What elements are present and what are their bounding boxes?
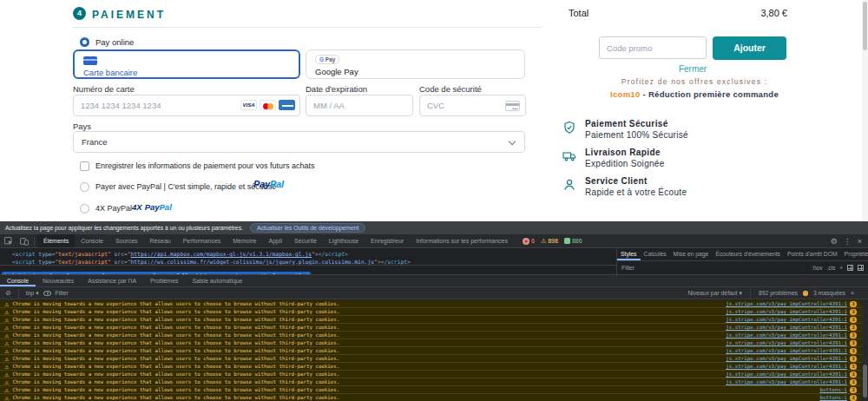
hidden-messages-label[interactable]: 3 masquées bbox=[813, 290, 845, 296]
promo-add-button[interactable]: Ajouter bbox=[713, 36, 786, 60]
styles-tab[interactable]: Styles bbox=[617, 248, 641, 260]
truck-icon bbox=[562, 149, 576, 163]
console-source-link[interactable]: js.stripe.com/v3/pay_impController4391:1 bbox=[726, 317, 847, 322]
close-devtools-icon[interactable]: × bbox=[858, 237, 862, 246]
context-label: top bbox=[26, 290, 34, 296]
console-filter-input[interactable]: Filter bbox=[56, 290, 69, 296]
feature-item: Paiement SécuriséPaiement 100% Sécurisé bbox=[562, 119, 849, 140]
devtools-tab-security[interactable]: Sécurité bbox=[288, 234, 323, 247]
styles-toggle[interactable]: :hov bbox=[812, 265, 822, 271]
devtools-tab-perf-insights[interactable]: Informations sur les performances bbox=[410, 234, 514, 247]
gpay-pay-text: Pay bbox=[324, 56, 335, 62]
devtools-tab-performance[interactable]: Performances bbox=[177, 234, 227, 247]
console-source-link[interactable]: buttons:1 bbox=[819, 387, 846, 392]
styles-tab[interactable]: Propriétés bbox=[841, 248, 868, 260]
dom-node-line[interactable]: <script type="text/javascript" src="http… bbox=[12, 251, 616, 259]
reload-devtools-button[interactable]: Actualiser les Outils de développement bbox=[250, 223, 366, 233]
context-selector[interactable]: top▾ bbox=[26, 290, 39, 297]
layout-icon[interactable] bbox=[858, 265, 864, 271]
issues-link[interactable]: 892 problèmes bbox=[759, 290, 798, 296]
save-payment-label[interactable]: Enregistrer les informations de paiement… bbox=[95, 161, 315, 170]
console-source-link[interactable]: js.stripe.com/v3/pay_impController4391:1 bbox=[726, 301, 847, 306]
country-value: France bbox=[82, 137, 108, 147]
console-source-link[interactable]: buttons:1 bbox=[819, 395, 846, 400]
clear-console-icon[interactable]: ⊘ bbox=[5, 288, 11, 299]
styles-tab[interactable]: Points d'arrêt DOM bbox=[784, 248, 841, 260]
save-payment-checkbox[interactable] bbox=[80, 161, 89, 171]
styles-filter-bar: Filter :hov.cls+ bbox=[617, 261, 868, 274]
console-message-meta: js.stripe.com/v3/pay_impController4391:1… bbox=[726, 340, 864, 346]
console-warning-row: ⚠Chrome is moving towards a new experien… bbox=[0, 316, 868, 324]
offer-line: Icom10 - Réduction première commande bbox=[566, 89, 823, 99]
devtools-tab-application[interactable]: Appli bbox=[263, 234, 289, 247]
console-source-link[interactable]: js.stripe.com/v3/pay_impController4391:1 bbox=[726, 356, 847, 361]
console-source-link[interactable]: js.stripe.com/v3/pay_impController4391:1 bbox=[726, 340, 847, 345]
styles-toggle[interactable]: .cls bbox=[826, 265, 835, 271]
console-message-meta: js.stripe.com/v3/pay_impController4391:1… bbox=[726, 348, 864, 354]
grid-icon[interactable] bbox=[847, 265, 853, 271]
drawer-tab[interactable]: Nouveautés bbox=[36, 275, 81, 286]
clear-hidden-icon[interactable]: × bbox=[851, 290, 854, 296]
console-source-link[interactable]: js.stripe.com/v3/pay_impController4391:1 bbox=[726, 348, 847, 353]
devtools-tab-console[interactable]: Console bbox=[75, 234, 109, 247]
page-scrollbar[interactable] bbox=[862, 0, 868, 221]
drawer-tab[interactable]: Problèmes bbox=[143, 275, 186, 286]
repeat-count-badge: 3 bbox=[850, 395, 857, 401]
issues-warning-icon bbox=[803, 291, 808, 296]
attribute-link[interactable]: https://ws.colissimo.fr/widget-colissimo… bbox=[131, 259, 375, 265]
console-source-link[interactable]: js.stripe.com/v3/pay_impController4391:1 bbox=[726, 325, 847, 330]
styles-tab[interactable]: Calculés bbox=[641, 248, 670, 260]
payment-method-card-tab[interactable]: Carte bancaire bbox=[73, 49, 300, 79]
console-source-link[interactable]: js.stripe.com/v3/pay_impController4391:1 bbox=[726, 379, 847, 385]
toolbar-separator bbox=[34, 237, 35, 246]
promo-code-input[interactable] bbox=[599, 36, 707, 59]
console-source-link[interactable]: js.stripe.com/v3/pay_impController4391:1 bbox=[726, 371, 847, 377]
paypal-logo-pay: Pay bbox=[253, 179, 270, 189]
paypal-4x-radio[interactable] bbox=[80, 204, 89, 214]
elements-tree: <script type="text/javascript" src="http… bbox=[0, 248, 616, 265]
cvc-label: Code de sécurité bbox=[419, 84, 482, 94]
kebab-menu-icon[interactable]: ⋮ bbox=[844, 237, 852, 246]
inspect-element-icon[interactable] bbox=[3, 236, 14, 247]
console-scrollbar[interactable] bbox=[862, 300, 868, 401]
pay-online-radio[interactable] bbox=[80, 37, 89, 47]
paypal-logo-pal: Pal bbox=[270, 179, 284, 189]
styles-filter-input[interactable]: Filter bbox=[621, 265, 807, 271]
paypal-4x-label[interactable]: 4X PayPal bbox=[95, 204, 132, 213]
error-counter[interactable]: ×6 bbox=[523, 238, 535, 245]
payment-method-googlepay-tab[interactable]: G Pay Google Pay bbox=[306, 49, 525, 79]
console-source-link[interactable]: js.stripe.com/v3/pay_impController4391:1 bbox=[726, 332, 847, 338]
drawer-tab[interactable]: Saisie automatique bbox=[185, 275, 249, 286]
styles-tab[interactable]: Mise en page bbox=[670, 248, 713, 260]
console-source-link[interactable]: js.stripe.com/v3/pay_impController4391:1 bbox=[726, 309, 847, 314]
expiry-input[interactable] bbox=[306, 95, 413, 116]
devtools-tab-lighthouse[interactable]: Lighthouse bbox=[323, 234, 365, 247]
device-toolbar-icon[interactable] bbox=[19, 236, 30, 247]
dom-node-line[interactable]: <script type="text/javascript" src="http… bbox=[12, 259, 616, 266]
log-levels-dropdown[interactable]: Niveaux par défaut▾ bbox=[687, 290, 741, 297]
issues-counter[interactable]: 886 bbox=[564, 238, 582, 244]
styles-toggle[interactable]: + bbox=[839, 265, 843, 271]
devtools-tab-recorder[interactable]: Enregistreur bbox=[365, 234, 410, 247]
drawer-tab[interactable]: Console bbox=[0, 275, 36, 286]
devtools-tab-elements[interactable]: Éléments bbox=[37, 234, 75, 247]
scrollbar-thumb[interactable] bbox=[863, 2, 867, 50]
feature-subtitle: Paiement 100% Sécurisé bbox=[585, 130, 688, 140]
paypal-label[interactable]: Payer avec PayPal | C'est simple, rapide… bbox=[95, 182, 276, 191]
close-promo-link[interactable]: Fermer bbox=[599, 64, 786, 74]
live-expression-eye-icon[interactable] bbox=[43, 291, 51, 296]
console-scrollbar-thumb[interactable] bbox=[863, 365, 867, 398]
styles-tab[interactable]: Écouteurs d'événements bbox=[712, 248, 784, 260]
console-warning-row: ⚠Chrome is moving towards a new experien… bbox=[0, 355, 868, 363]
devtools-tab-network[interactable]: Réseau bbox=[144, 234, 177, 247]
pay-online-label[interactable]: Pay online bbox=[95, 37, 134, 47]
drawer-tab[interactable]: Assistance par l'IA bbox=[81, 275, 143, 286]
devtools-tab-sources[interactable]: Sources bbox=[109, 234, 144, 247]
console-source-link[interactable]: js.stripe.com/v3/pay_impController4391:1 bbox=[726, 364, 847, 369]
settings-gear-icon[interactable]: ⚙ bbox=[831, 237, 838, 246]
attribute-link[interactable]: https://api.mapbox.com/mapbox-gl-js/v1.3… bbox=[131, 251, 312, 257]
devtools-tab-memory[interactable]: Mémoire bbox=[227, 234, 262, 247]
paypal-radio[interactable] bbox=[80, 182, 89, 192]
warning-counter[interactable]: ⚠898 bbox=[541, 238, 558, 245]
country-select[interactable]: France bbox=[73, 131, 525, 153]
